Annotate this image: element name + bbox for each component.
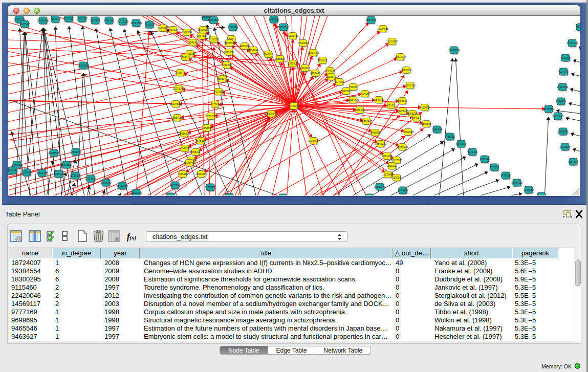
svg-text:1405572: 1405572: [19, 23, 30, 26]
svg-text:2087682: 2087682: [366, 18, 376, 21]
svg-text:19218506: 19218506: [278, 26, 289, 29]
svg-text:9084067: 9084067: [382, 155, 392, 158]
svg-text:7663822: 7663822: [158, 27, 168, 30]
svg-text:20691406: 20691406: [37, 19, 49, 22]
svg-text:8471636: 8471636: [500, 174, 511, 177]
svg-text:8912954: 8912954: [182, 31, 192, 34]
svg-text:8878334: 8878334: [195, 139, 206, 142]
svg-text:16648784: 16648784: [448, 49, 460, 52]
svg-text:8498222: 8498222: [190, 150, 201, 154]
svg-text:16671355: 16671355: [130, 21, 142, 25]
svg-text:15226058: 15226058: [198, 28, 209, 31]
svg-text:10973493: 10973493: [395, 55, 406, 58]
svg-text:1640954: 1640954: [432, 128, 442, 131]
svg-text:1409948: 1409948: [184, 161, 194, 164]
svg-text:417004: 417004: [211, 103, 220, 106]
svg-text:1069117: 1069117: [50, 17, 60, 20]
svg-text:16210643: 16210643: [552, 115, 563, 118]
svg-text:12213389: 12213389: [173, 87, 184, 90]
svg-text:18807249: 18807249: [375, 142, 386, 145]
svg-text:1485061: 1485061: [12, 163, 22, 166]
svg-text:9146821: 9146821: [263, 53, 273, 56]
svg-text:20053346: 20053346: [78, 64, 89, 67]
svg-text:7625402: 7625402: [178, 172, 188, 176]
svg-text:98901: 98901: [182, 56, 189, 59]
svg-text:12213967: 12213967: [386, 40, 398, 43]
svg-text:9777169: 9777169: [334, 80, 344, 83]
svg-text:10655287: 10655287: [76, 17, 88, 20]
svg-text:10654112: 10654112: [511, 181, 522, 184]
svg-text:16046766: 16046766: [179, 147, 190, 150]
svg-text:12975115: 12975115: [404, 84, 416, 87]
svg-text:16033809: 16033809: [208, 18, 219, 21]
svg-text:9794028: 9794028: [325, 69, 335, 72]
svg-text:9474444: 9474444: [467, 150, 477, 154]
svg-text:10719155: 10719155: [117, 20, 128, 23]
svg-text:17957253: 17957253: [85, 177, 96, 180]
svg-text:8938923: 8938923: [445, 135, 455, 138]
svg-text:16120746: 16120746: [391, 159, 402, 162]
svg-text:19384554: 19384554: [308, 139, 319, 142]
svg-text:15136141: 15136141: [374, 185, 385, 188]
svg-text:9245631: 9245631: [536, 194, 547, 195]
svg-text:19958107: 19958107: [100, 181, 112, 184]
svg-text:10688609: 10688609: [369, 131, 381, 134]
svg-text:9527508: 9527508: [224, 41, 234, 45]
svg-text:1145194: 1145194: [54, 172, 63, 176]
svg-text:28300243: 28300243: [266, 112, 277, 115]
svg-text:9699695: 9699695: [421, 122, 431, 125]
svg-text:30975887: 30975887: [61, 163, 72, 166]
svg-text:9327503: 9327503: [197, 34, 207, 37]
svg-text:20364436: 20364436: [347, 98, 359, 101]
svg-text:1588520: 1588520: [275, 57, 285, 60]
svg-text:3624554: 3624554: [360, 92, 370, 95]
svg-text:16107556: 16107556: [170, 102, 181, 105]
svg-text:8215956: 8215956: [543, 107, 554, 111]
svg-text:1615132: 1615132: [387, 164, 397, 167]
svg-text:15720407: 15720407: [361, 120, 372, 123]
svg-text:8322037: 8322037: [288, 62, 298, 65]
svg-text:18724007: 18724007: [288, 104, 299, 107]
svg-text:1362615: 1362615: [300, 67, 310, 70]
svg-text:2935114: 2935114: [480, 158, 489, 161]
svg-text:9106532: 9106532: [63, 17, 74, 20]
svg-text:17359924: 17359924: [70, 150, 81, 154]
svg-text:9242848: 9242848: [222, 63, 232, 67]
svg-text:17016504: 17016504: [559, 145, 571, 148]
svg-text:19654923: 19654923: [402, 130, 413, 134]
svg-text:7357224: 7357224: [228, 26, 238, 29]
svg-text:1156829: 1156829: [21, 171, 31, 174]
svg-text:19166825: 19166825: [179, 132, 190, 135]
svg-text:16914479: 16914479: [195, 172, 207, 176]
svg-text:9463627: 9463627: [397, 99, 407, 102]
svg-text:746266: 746266: [349, 85, 358, 89]
svg-text:10807487: 10807487: [373, 98, 384, 101]
svg-text:9245632: 9245632: [524, 188, 534, 191]
svg-text:16640910: 16640910: [297, 41, 309, 45]
svg-text:164957: 164957: [412, 116, 421, 119]
svg-text:12923446: 12923446: [130, 191, 142, 194]
svg-text:2803144: 2803144: [217, 77, 227, 80]
svg-text:8427552: 8427552: [213, 90, 224, 93]
svg-text:11325419: 11325419: [287, 34, 298, 37]
svg-text:7485063: 7485063: [401, 69, 411, 72]
svg-text:7515526: 7515526: [144, 23, 155, 26]
svg-text:1527602: 1527602: [90, 19, 100, 22]
svg-text:7955812: 7955812: [317, 59, 328, 62]
svg-text:8267130: 8267130: [206, 115, 216, 118]
svg-text:8660124: 8660124: [168, 28, 178, 31]
svg-text:1733426: 1733426: [398, 189, 408, 192]
svg-text:16961758: 16961758: [308, 51, 319, 54]
svg-text:20206526: 20206526: [48, 151, 59, 155]
svg-text:1244415: 1244415: [556, 100, 566, 103]
svg-text:9457791x: 9457791x: [165, 195, 176, 195]
svg-text:3914941: 3914941: [8, 169, 18, 172]
svg-text:13751074: 13751074: [567, 41, 578, 45]
svg-text:12093882: 12093882: [557, 85, 568, 89]
svg-text:12942757: 12942757: [36, 171, 48, 174]
svg-text:252254: 252254: [393, 176, 401, 179]
svg-text:7886372: 7886372: [355, 108, 365, 112]
svg-text:16154808: 16154808: [377, 27, 388, 30]
svg-text:12505135: 12505135: [70, 174, 81, 177]
svg-text:8875685: 8875685: [224, 51, 234, 54]
